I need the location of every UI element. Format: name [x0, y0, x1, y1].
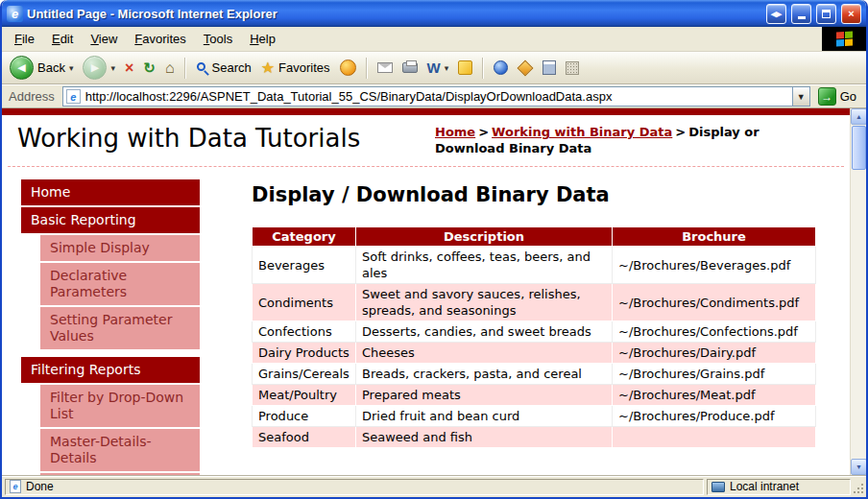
title-bar[interactable]: e Untitled Page - Microsoft Internet Exp… — [2, 0, 866, 27]
browser-window: e Untitled Page - Microsoft Internet Exp… — [0, 0, 868, 499]
cell-brochure: ~/Brochures/Grains.pdf — [613, 364, 816, 385]
breadcrumb-home-link[interactable]: Home — [435, 125, 475, 139]
cell-description: Breads, crackers, pasta, and cereal — [355, 364, 612, 385]
site-header: Working with Data Tutorials Home>Working… — [8, 115, 844, 167]
home-icon: ⌂ — [165, 60, 175, 76]
table-row: Meat/Poultry Prepared meats ~/Brochures/… — [253, 385, 816, 406]
refresh-button[interactable]: ↻ — [139, 59, 159, 78]
search-button[interactable]: Search — [192, 59, 255, 77]
scroll-down-button[interactable]: ▼ — [851, 459, 867, 475]
menu-edit[interactable]: Edit — [43, 27, 82, 51]
media-button[interactable] — [336, 58, 360, 78]
home-button[interactable]: ⌂ — [161, 59, 179, 78]
resize-grip[interactable] — [852, 483, 865, 496]
address-bar: Address e http://localhost:2296/ASPNET_D… — [2, 84, 866, 108]
go-icon: → — [818, 87, 836, 106]
cell-category: Confections — [253, 321, 356, 343]
go-label: Go — [840, 89, 856, 104]
window-title: Untitled Page - Microsoft Internet Explo… — [27, 7, 761, 21]
sidebar-item-simple-display[interactable]: Simple Display — [40, 235, 200, 261]
back-dropdown-icon[interactable]: ▾ — [69, 63, 74, 73]
print-button[interactable] — [398, 60, 422, 75]
address-label: Address — [5, 89, 59, 104]
favorites-button[interactable]: ★ Favorites — [257, 59, 334, 78]
address-url[interactable]: http://localhost:2296/ASPNET_Data_Tutori… — [85, 89, 792, 104]
sidebar-item-basic-reporting[interactable]: Basic Reporting — [21, 207, 200, 233]
diamond-icon — [518, 59, 534, 76]
scroll-up-button[interactable]: ▲ — [851, 108, 867, 125]
restore-arrows-button[interactable]: ◂▸ — [766, 4, 786, 24]
cell-description: Sweet and savory sauces, relishes, sprea… — [355, 284, 612, 321]
site-body: Home Basic Reporting Simple Display Decl… — [2, 167, 850, 475]
toolbar-separator — [366, 58, 368, 79]
mail-icon — [377, 62, 393, 73]
addon-button[interactable] — [514, 59, 537, 77]
refresh-icon: ↻ — [143, 60, 156, 76]
menu-tools[interactable]: Tools — [195, 27, 241, 51]
breadcrumb-section-link[interactable]: Working with Binary Data — [492, 125, 672, 139]
status-message-pane: e Done — [5, 479, 704, 495]
status-text: Done — [26, 480, 54, 493]
messenger-button[interactable] — [454, 59, 476, 77]
site-top-border — [2, 108, 850, 115]
toolbar: ◀ Back ▾ ▶ ▾ × ↻ ⌂ Search ★ Favorites — [2, 52, 866, 84]
menu-favorites[interactable]: Favorites — [126, 27, 194, 51]
cell-category: Condiments — [253, 284, 356, 321]
forward-button[interactable]: ▶ ▾ — [79, 54, 119, 82]
calculator-icon — [542, 60, 556, 75]
breadcrumb-separator: > — [478, 125, 489, 139]
mail-button[interactable] — [374, 60, 397, 75]
go-button[interactable]: → Go — [814, 87, 863, 106]
vertical-scrollbar[interactable]: ▲ ▼ — [850, 108, 866, 475]
research-button[interactable] — [490, 59, 512, 77]
address-dropdown-button[interactable]: ▼ — [792, 87, 809, 106]
page-favicon: e — [66, 89, 81, 104]
toolbar-separator — [184, 58, 186, 79]
back-button[interactable]: ◀ Back ▾ — [6, 54, 77, 82]
address-input[interactable]: e http://localhost:2296/ASPNET_Data_Tuto… — [62, 86, 810, 107]
sidebar-item-filtering-reports[interactable]: Filtering Reports — [21, 357, 200, 383]
calculator-button[interactable] — [539, 59, 560, 77]
sidebar-item-setting-parameter-values[interactable]: Setting Parameter Values — [40, 307, 200, 349]
sidebar-item-home[interactable]: Home — [21, 179, 200, 205]
menu-help[interactable]: Help — [241, 27, 284, 51]
cell-brochure: ~/Brochures/Meat.pdf — [613, 385, 816, 406]
sidebar-item-declarative-parameters[interactable]: Declarative Parameters — [40, 263, 200, 305]
forward-dropdown-icon[interactable]: ▾ — [110, 63, 115, 73]
table-row: Grains/Cereals Breads, crackers, pasta, … — [253, 364, 816, 385]
windows-flag-icon — [836, 31, 853, 46]
site-title: Working with Data Tutorials — [17, 124, 360, 153]
cell-brochure — [613, 427, 816, 448]
table-row: Beverages Soft drinks, coffees, teas, be… — [253, 247, 816, 284]
column-header-brochure: Brochure — [613, 227, 816, 247]
breadcrumb: Home>Working with Binary Data>Display or… — [435, 124, 817, 156]
breadcrumb-separator: > — [675, 125, 686, 139]
table-row: Produce Dried fruit and bean curd ~/Broc… — [253, 406, 816, 427]
ie-logo-icon: e — [7, 6, 23, 22]
sidebar-item-master-details-details[interactable]: Master-Details-Details — [40, 429, 200, 471]
media-icon — [340, 59, 356, 76]
scrollbar-thumb[interactable] — [852, 126, 866, 170]
cell-brochure: ~/Brochures/Confections.pdf — [613, 321, 816, 343]
edit-with-word-button[interactable]: W ▾ — [423, 59, 453, 77]
maximize-icon — [822, 10, 831, 18]
menu-file[interactable]: File — [6, 27, 43, 51]
cell-description: Prepared meats — [355, 385, 612, 406]
zone-text: Local intranet — [730, 480, 799, 493]
back-label: Back — [37, 60, 65, 75]
close-button[interactable]: × — [841, 4, 861, 24]
column-header-description: Description — [355, 227, 612, 247]
sidebar-item-filter-by-drop-down-list[interactable]: Filter by Drop-Down List — [40, 385, 200, 427]
cell-category: Dairy Products — [253, 343, 356, 364]
minimize-button[interactable] — [791, 4, 811, 24]
cell-brochure: ~/Brochures/Condiments.pdf — [613, 284, 816, 321]
edit-dropdown-icon[interactable]: ▾ — [445, 63, 449, 73]
intranet-zone-icon — [711, 482, 725, 492]
menu-view[interactable]: View — [82, 27, 126, 51]
stop-button[interactable]: × — [121, 59, 137, 78]
sidebar-nav: Home Basic Reporting Simple Display Decl… — [21, 179, 200, 475]
globe-icon — [494, 60, 508, 75]
cell-category: Seafood — [253, 427, 356, 448]
maximize-button[interactable] — [816, 4, 836, 24]
grid-tool-button[interactable] — [562, 59, 583, 77]
